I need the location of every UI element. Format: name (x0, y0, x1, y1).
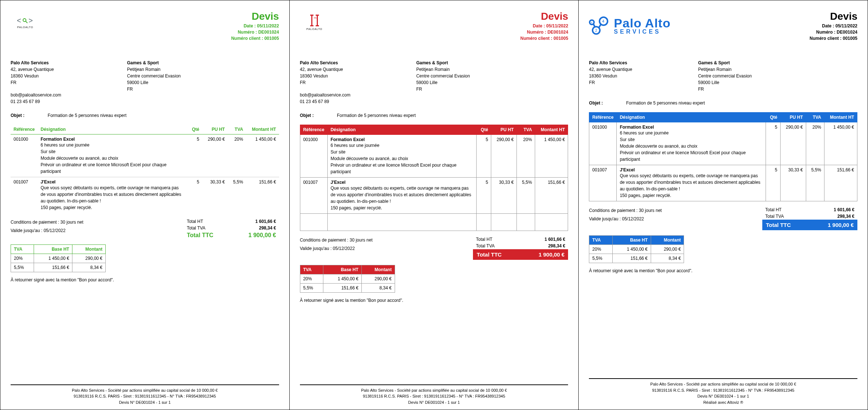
client-number-label: Numéro client : (521, 36, 552, 41)
col-ref: Référence (300, 125, 327, 135)
cell-pu: 30,33 € (491, 178, 517, 214)
vat-amount: 290,00 € (72, 254, 106, 263)
footer-line3: Devis N° DE001024 - 1 sur 1 (589, 393, 857, 399)
vat-base: 151,66 € (612, 254, 651, 263)
vendor-name: Palo Alto Services (589, 60, 627, 65)
total-ttc: 1 900,00 € (248, 232, 276, 239)
cell-desc: Formation Excel6 heures sur une journéeS… (38, 134, 188, 177)
client-country: FR (698, 86, 752, 92)
svg-text:>: > (29, 16, 33, 24)
total-tva-label: Total TVA (765, 214, 784, 219)
col-qty: Qté (188, 125, 202, 134)
vat-summary: TVA Base HT Montant 20%1 450,00 €290,00 … (589, 235, 684, 263)
vendor-name: Palo Alto Services (11, 60, 49, 65)
col-amount: Montant HT (246, 125, 279, 134)
page-footer: Palo Alto Services - Société par actions… (11, 384, 279, 406)
vat-col-base: Base HT (612, 236, 651, 245)
signature-note: À retourner signé avec la mention "Bon p… (589, 268, 857, 273)
svg-rect-5 (317, 15, 318, 26)
footer-line4: Réalisé avec Altoviz ® (589, 399, 857, 406)
svg-rect-8 (310, 25, 313, 26)
client-addr1: Centre commercial Evasion (698, 73, 752, 79)
date-value: 05/11/2022 (546, 23, 568, 29)
vat-rate: 20% (300, 274, 323, 284)
cell-pu: 30,33 € (781, 165, 806, 201)
signature-note: À retourner signé avec la mention "Bon p… (300, 298, 568, 303)
items-table: Référence Désignation Qté PU HT TVA Mont… (589, 112, 857, 201)
client-contact: Petitjean Romain (698, 66, 752, 73)
cell-tva: 20% (806, 122, 824, 165)
vat-amount: 290,00 € (361, 274, 395, 284)
three-variant-row: < > PALOALTO Devis Date : 05/11/2022 Num… (0, 0, 868, 410)
cell-qty: 5 (477, 178, 491, 214)
cell-desc: J'ExcelQue vous soyez débutants ou exper… (38, 177, 188, 213)
validity: Valide jusqu'au : 05/12/2022 (589, 215, 748, 223)
vat-amount: 8,34 € (361, 284, 395, 293)
client-contact: Petitjean Romain (416, 66, 470, 73)
cell-ref: 001000 (11, 134, 38, 177)
vendor-addr2: 18360 Vesdun (300, 73, 350, 79)
footer-line3: Devis N° DE001024 - 1 sur 1 (300, 399, 568, 406)
vat-row: 5,5%151,66 €8,34 € (300, 284, 395, 293)
payment-conditions: Conditions de paiement : 30 jours net (11, 218, 169, 227)
cell-qty: 5 (766, 122, 781, 165)
payment-conditions: Conditions de paiement : 30 jours net (589, 206, 748, 215)
client-country: FR (416, 86, 470, 92)
client-number-label: Numéro client : (231, 36, 263, 41)
vat-base: 1 450,00 € (612, 245, 651, 254)
svg-rect-7 (316, 15, 319, 16)
vat-base: 151,66 € (323, 284, 361, 293)
totals-block: Total HT1 601,66 € Total TVA298,34 € Tot… (762, 206, 857, 230)
col-tva: TVA (806, 113, 824, 122)
cell-desc: Formation Excel6 heures sur une journéeS… (617, 122, 766, 165)
vendor-block: Palo Alto Services 42, avenue Quantique … (11, 60, 61, 105)
item-row: 001007J'ExcelQue vous soyez débutants ou… (589, 165, 857, 201)
date-label: Date : (244, 23, 256, 29)
client-name: Games & Sport (127, 60, 159, 65)
footer-line2: 913819116 R.C.S. PARIS - Siret : 9138191… (11, 393, 279, 399)
client-addr1: Centre commercial Evasion (127, 73, 181, 79)
payment-conditions: Conditions de paiement : 30 jours net (300, 236, 459, 244)
date-label: Date : (533, 23, 545, 29)
cell-qty: 5 (477, 135, 491, 178)
vendor-addr2: 18360 Vesdun (589, 73, 632, 79)
item-row: 001007J'ExcelQue vous soyez débutants ou… (300, 178, 568, 214)
client-number-value: 001005 (553, 36, 568, 41)
svg-text:+: + (591, 21, 593, 24)
vendor-addr1: 42, avenue Quantique (300, 66, 350, 73)
col-pu: PU HT (491, 125, 517, 135)
vat-base: 1 450,00 € (34, 254, 72, 263)
vendor-country: FR (300, 79, 350, 86)
col-pu: PU HT (202, 125, 228, 134)
vat-col-rate: TVA (11, 245, 34, 254)
subject-text: Formation de 5 personnes niveau expert (48, 113, 126, 118)
total-ht-label: Total HT (187, 219, 203, 224)
cell-desc: J'ExcelQue vous soyez débutants ou exper… (327, 178, 477, 214)
subject-line: Objet : Formation de 5 personnes niveau … (11, 113, 279, 118)
vendor-addr1: 42, avenue Quantique (11, 66, 61, 73)
total-ttc-label: Total TTC (187, 232, 214, 239)
vendor-phone: 01 23 45 67 89 (300, 98, 350, 105)
cell-amount: 151,66 € (246, 177, 279, 213)
client-addr2: 59000 Lille (416, 79, 470, 86)
total-tva: 298,34 € (837, 214, 854, 219)
col-tva: TVA (517, 125, 535, 135)
logo-text-top: Palo Alto (614, 18, 670, 29)
cell-tva: 5,5% (228, 177, 246, 213)
vat-row: 20%1 450,00 €290,00 € (300, 274, 395, 284)
cell-ref: 001000 (300, 135, 327, 178)
total-ttc: 1 900,00 € (538, 251, 564, 258)
subject-line: Objet : Formation de 5 personnes niveau … (589, 100, 857, 106)
vat-row: 20%1 450,00 €290,00 € (589, 245, 684, 254)
svg-point-1 (23, 19, 26, 22)
vat-rate: 5,5% (11, 263, 34, 272)
vendor-logo-red: PA PALOALTO (300, 11, 329, 33)
svg-rect-6 (310, 15, 313, 16)
cell-amount: 151,66 € (535, 178, 568, 214)
vendor-country: FR (11, 79, 61, 86)
item-row: 001000Formation Excel6 heures sur une jo… (300, 135, 568, 178)
conditions-block: Conditions de paiement : 30 jours net Va… (589, 206, 748, 230)
vat-amount: 8,34 € (72, 263, 106, 272)
cell-desc: J'ExcelQue vous soyez débutants ou exper… (617, 165, 766, 201)
cell-ref: 001007 (11, 177, 38, 213)
